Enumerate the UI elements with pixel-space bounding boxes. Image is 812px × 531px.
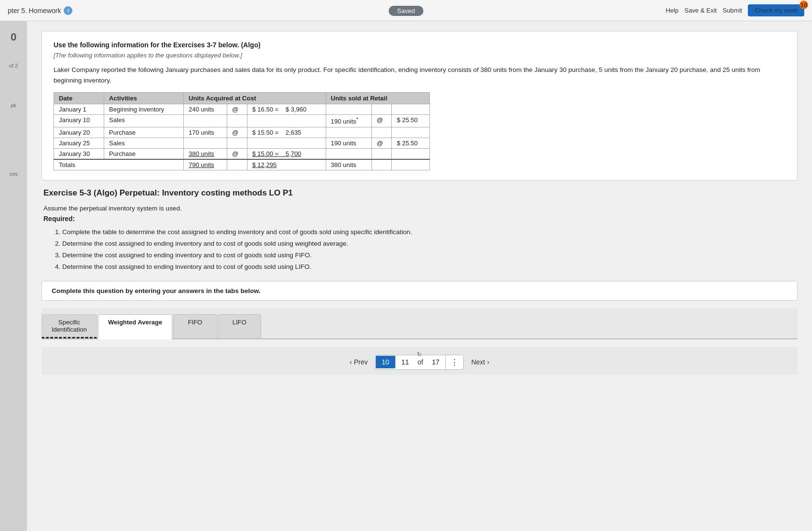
cell-sold-at (372, 104, 392, 115)
cell-sold-at: @ (372, 138, 392, 148)
table-row: January 30 Purchase 380 units @ $ 15.00 … (54, 148, 430, 159)
list-item: 4. Determine the cost assigned to ending… (55, 261, 796, 273)
cell-sold-price: $ 25.50 (392, 115, 430, 127)
cell-sold-price (392, 104, 430, 115)
sidebar-of2: of 2 (9, 63, 18, 69)
tab-label: Weighted Average (108, 319, 162, 326)
cell-units-acq (184, 138, 227, 148)
submit-link[interactable]: Submit (723, 7, 742, 14)
tab-fifo[interactable]: FIFO (173, 314, 217, 338)
question-box: Use the following information for the Ex… (41, 31, 798, 181)
exercise-section: Exercise 5-3 (Algo) Perpetual: Inventory… (41, 188, 798, 273)
cell-price-cost (247, 115, 326, 127)
top-bar-actions: Help Save & Exit Submit Check my work 10 (666, 4, 804, 16)
cell-units-sold: 190 units (326, 138, 372, 148)
tab-specific-identification[interactable]: SpecificIdentification (41, 314, 97, 338)
cell-units-acq: 240 units (184, 104, 227, 115)
cell-sold-at: @ (372, 115, 392, 127)
refresh-icon: ↻ (417, 351, 422, 358)
cell-date: January 10 (54, 115, 104, 127)
tab-label: LIFO (233, 319, 247, 326)
saved-status: Saved (388, 7, 424, 14)
complete-text: Complete this question by entering your … (52, 287, 261, 294)
breadcrumb: pter 5. Homework i (8, 6, 72, 15)
question-subtitle: [The following information applies to th… (54, 52, 785, 59)
grid-icon[interactable]: ⋮ (445, 355, 463, 369)
data-table: Date Activities Units Acquired at Cost U… (54, 92, 430, 170)
totals-sold-units: 380 units (326, 159, 372, 170)
table-row: January 10 Sales 190 units* @ $ 25.50 (54, 115, 430, 127)
exercise-title: Exercise 5-3 (Algo) Perpetual: Inventory… (43, 188, 796, 198)
cell-sold-at (372, 127, 392, 138)
col-activities: Activities (104, 93, 184, 104)
next-page-num[interactable]: 11 (396, 356, 415, 368)
cell-price-cost: $ 15.50 = 2,635 (247, 127, 326, 138)
cell-price-cost: $ 16.50 = $ 3,960 (247, 104, 326, 115)
tab-lifo[interactable]: LIFO (218, 314, 261, 338)
cell-sold-price (392, 127, 430, 138)
cell-units-sold: 190 units* (326, 115, 372, 127)
cell-units-acq (184, 115, 227, 127)
prev-label: Prev (354, 358, 368, 366)
cell-activity: Sales (104, 138, 184, 148)
prev-button[interactable]: ‹ Prev (350, 358, 368, 366)
prev-chevron-icon: ‹ (350, 358, 352, 366)
content-area: Use the following information for the Ex… (27, 21, 812, 531)
tab-weighted-average[interactable]: Weighted Average (98, 314, 172, 339)
cell-activity: Purchase (104, 148, 184, 159)
check-my-work-button[interactable]: Check my work 10 (748, 4, 804, 16)
total-pages: 17 (426, 356, 445, 368)
tabs-area: SpecificIdentification Weighted Average … (41, 308, 798, 339)
sidebar-ces: ces (9, 171, 17, 177)
next-button[interactable]: Next › (471, 358, 489, 366)
sidebar-number: 0 (11, 31, 16, 43)
cell-date: January 30 (54, 148, 104, 159)
next-chevron-icon: › (487, 358, 490, 366)
cell-units-acq: 170 units (184, 127, 227, 138)
exercise-required: Required: (43, 215, 796, 223)
cell-units-sold (326, 104, 372, 115)
sidebar-pk: pk (11, 102, 16, 108)
cell-at: @ (227, 104, 248, 115)
tab-label: FIFO (188, 319, 202, 326)
info-icon[interactable]: i (64, 6, 72, 15)
cell-units-sold (326, 127, 372, 138)
totals-sold-price (392, 159, 430, 170)
of-text: of (414, 358, 426, 366)
totals-sold-at (372, 159, 392, 170)
check-badge: 10 (799, 0, 808, 9)
table-row: January 25 Sales 190 units @ $ 25.50 (54, 138, 430, 148)
totals-cost: $ 12,295 (247, 159, 326, 170)
cell-sold-price (392, 148, 430, 159)
cell-price-cost: $ 15.00 = 5,700 (247, 148, 326, 159)
table-row: January 20 Purchase 170 units @ $ 15.50 … (54, 127, 430, 138)
col-date: Date (54, 93, 104, 104)
cell-at: @ (227, 148, 248, 159)
list-item: 3. Determine the cost assigned to ending… (55, 250, 796, 261)
cell-date: January 20 (54, 127, 104, 138)
help-link[interactable]: Help (666, 7, 679, 14)
cell-sold-at (372, 148, 392, 159)
main-layout: 0 of 2 pk ces Use the following informat… (0, 21, 812, 531)
tabs-row: SpecificIdentification Weighted Average … (41, 314, 798, 339)
question-title: Use the following information for the Ex… (54, 41, 785, 49)
bottom-nav: ‹ Prev ↻ 10 11 of 17 ⋮ Next › (41, 347, 798, 375)
sidebar: 0 of 2 pk ces (0, 21, 27, 531)
save-exit-link[interactable]: Save & Exit (684, 7, 716, 14)
col-units-acquired: Units Acquired at Cost (184, 93, 326, 104)
current-page[interactable]: 10 (376, 356, 396, 368)
cell-activity: Purchase (104, 127, 184, 138)
totals-label: Totals (54, 159, 184, 170)
totals-units: 790 units (184, 159, 227, 170)
list-item: 1. Complete the table to determine the c… (55, 226, 796, 238)
cell-units-acq: 380 units (184, 148, 227, 159)
cell-date: January 25 (54, 138, 104, 148)
totals-at (227, 159, 248, 170)
cell-activity: Sales (104, 115, 184, 127)
exercise-desc: Assume the perpetual inventory system is… (43, 205, 796, 212)
col-units-sold: Units sold at Retail (326, 93, 429, 104)
page-box-wrap: ↻ 10 11 of 17 ⋮ (375, 355, 463, 370)
top-bar: pter 5. Homework i Saved Help Save & Exi… (0, 0, 812, 21)
cell-units-sold (326, 148, 372, 159)
next-label: Next (471, 358, 485, 366)
